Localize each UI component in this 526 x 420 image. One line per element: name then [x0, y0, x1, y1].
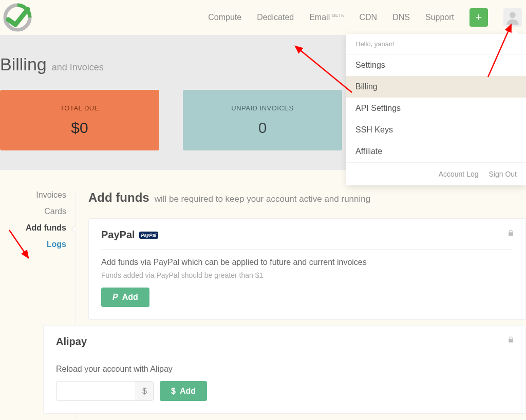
dropdown-api-settings[interactable]: API Settings: [346, 98, 526, 119]
tab-invoices[interactable]: Invoices: [36, 190, 66, 200]
dropdown-account-log[interactable]: Account Log: [439, 170, 479, 178]
alipay-description: Reload your account with Alipay: [56, 365, 513, 374]
avatar[interactable]: [503, 8, 522, 27]
main-content: Invoices Cards Add funds Logs Add funds …: [0, 170, 526, 420]
unpaid-invoices-value: 0: [258, 119, 267, 137]
nav-dedicated[interactable]: Dedicated: [257, 13, 294, 22]
content-subtitle: will be required to keep your account ac…: [155, 194, 371, 204]
nav-cdn[interactable]: CDN: [360, 13, 378, 22]
user-icon: [505, 10, 520, 25]
dropdown-greeting: Hello, yanan!: [346, 34, 526, 54]
paypal-heading: PayPal: [101, 229, 135, 241]
content-title: Add funds: [88, 190, 149, 205]
alipay-amount-input[interactable]: [57, 381, 136, 400]
nav-compute[interactable]: Compute: [208, 13, 241, 22]
dropdown-billing[interactable]: Billing: [346, 76, 526, 98]
add-button[interactable]: +: [469, 8, 488, 27]
paypal-icon: P: [112, 293, 118, 302]
nav-email[interactable]: Email BETA: [309, 13, 344, 22]
alipay-amount-group: $: [56, 381, 154, 401]
paypal-panel: PayPal PayPal Add funds via PayPal which…: [88, 218, 526, 320]
paypal-add-label: Add: [122, 293, 138, 302]
lock-icon: [508, 336, 514, 345]
unpaid-invoices-card[interactable]: UNPAID INVOICES 0: [183, 90, 342, 150]
total-due-card[interactable]: TOTAL DUE $0: [0, 90, 159, 150]
alipay-add-button[interactable]: $ Add: [160, 381, 207, 401]
logo: [2, 2, 33, 33]
tab-logs[interactable]: Logs: [47, 240, 66, 249]
nav-email-label: Email: [309, 13, 330, 22]
unpaid-invoices-label: UNPAID INVOICES: [231, 104, 293, 112]
tab-add-funds[interactable]: Add funds: [26, 223, 66, 233]
alipay-heading: Alipay: [56, 336, 513, 348]
page-title: Billing: [0, 54, 47, 74]
paypal-badge-icon: PayPal: [139, 232, 159, 239]
currency-suffix: $: [136, 381, 153, 400]
paypal-description: Add funds via PayPal which can be applie…: [101, 258, 513, 267]
alipay-add-label: Add: [180, 387, 196, 396]
total-due-label: TOTAL DUE: [60, 104, 99, 112]
dropdown-settings[interactable]: Settings: [346, 54, 526, 76]
paypal-note: Funds added via PayPal should be greater…: [101, 271, 513, 279]
alipay-panel: Alipay Reload your account with Alipay $…: [43, 325, 526, 414]
dollar-icon: $: [171, 387, 176, 396]
header: Compute Dedicated Email BETA CDN DNS Sup…: [0, 0, 526, 35]
dropdown-sign-out[interactable]: Sign Out: [489, 170, 517, 178]
dropdown-ssh-keys[interactable]: SSH Keys: [346, 119, 526, 141]
total-due-value: $0: [71, 119, 88, 137]
paypal-add-button[interactable]: P Add: [101, 288, 149, 307]
svg-point-1: [510, 12, 516, 18]
beta-badge: BETA: [332, 13, 344, 18]
dropdown-affiliate[interactable]: Affiliate: [346, 141, 526, 162]
user-dropdown: Hello, yanan! Settings Billing API Setti…: [346, 34, 526, 185]
page-subtitle: and Invoices: [52, 62, 104, 73]
nav-dns[interactable]: DNS: [392, 13, 410, 22]
nav-support[interactable]: Support: [425, 13, 454, 22]
lock-icon: [508, 229, 514, 238]
tab-cards[interactable]: Cards: [44, 207, 66, 216]
